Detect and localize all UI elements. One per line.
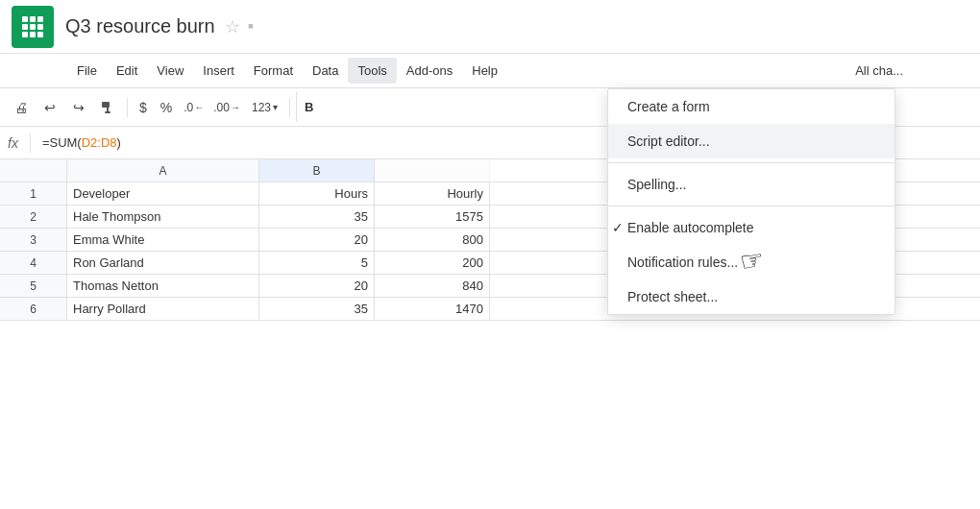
menu-data[interactable]: Data xyxy=(303,58,348,84)
folder-icon[interactable]: ▪ xyxy=(248,16,254,36)
fx-label: fx xyxy=(8,135,18,151)
menu-item-autocomplete[interactable]: ✓ Enable autocomplete xyxy=(608,210,894,245)
cell-a4[interactable]: Ron Garland xyxy=(67,252,259,274)
menu-file[interactable]: File xyxy=(67,58,107,84)
cell-c6[interactable]: 1470 xyxy=(375,298,490,320)
formula-func: =SUM( xyxy=(42,135,82,150)
menu-item-create-form[interactable]: Create a form xyxy=(608,89,894,124)
row-num-1: 1 xyxy=(0,182,67,205)
autocomplete-label: Enable autocomplete xyxy=(627,220,754,235)
bold-button[interactable]: B xyxy=(296,92,321,122)
menu-divider-2 xyxy=(608,206,894,206)
toolbar-sep-2 xyxy=(289,98,290,117)
menu-bar: File Edit View Insert Format Data Tools … xyxy=(0,54,980,88)
menu-item-script-editor[interactable]: Script editor... xyxy=(608,124,894,158)
cell-c3[interactable]: 800 xyxy=(375,229,490,251)
cell-b5[interactable]: 20 xyxy=(259,275,375,297)
toolbar-sep-1 xyxy=(127,98,128,117)
menu-right-label: All cha... xyxy=(845,58,913,84)
cell-a3[interactable]: Emma White xyxy=(67,229,259,251)
row-num-4: 4 xyxy=(0,252,67,274)
star-icon[interactable]: ☆ xyxy=(225,16,240,37)
check-icon: ✓ xyxy=(612,220,624,235)
cell-b2[interactable]: 35 xyxy=(259,206,375,228)
decrease-decimal-button[interactable]: .0 ← xyxy=(180,101,208,114)
cell-b4[interactable]: 5 xyxy=(259,252,375,274)
document-title: Q3 resource burn xyxy=(65,15,215,37)
cell-a6[interactable]: Harry Pollard xyxy=(67,298,259,320)
menu-divider-1 xyxy=(608,162,894,163)
number-format-dropdown[interactable]: 123 ▾ xyxy=(246,101,283,114)
spelling-label: Spelling... xyxy=(627,177,686,192)
cell-a2[interactable]: Hale Thompson xyxy=(67,206,259,228)
print-button[interactable]: 🖨 xyxy=(8,94,35,121)
row-num-2: 2 xyxy=(0,206,67,228)
formula-range: D2:D8 xyxy=(82,135,117,150)
menu-help[interactable]: Help xyxy=(462,58,507,84)
dollar-format-button[interactable]: $ xyxy=(134,100,153,115)
undo-button[interactable]: ↩ xyxy=(37,94,63,121)
create-form-label: Create a form xyxy=(627,99,710,114)
row-num-3: 3 xyxy=(0,229,67,251)
cell-c2[interactable]: 1575 xyxy=(375,206,490,228)
paint-format-button[interactable] xyxy=(94,94,121,121)
formula-divider xyxy=(30,133,31,153)
tools-dropdown-menu: Create a form Script editor... Spelling.… xyxy=(607,88,895,315)
percent-format-button[interactable]: % xyxy=(155,100,178,115)
formula-close: ) xyxy=(117,135,121,150)
menu-edit[interactable]: Edit xyxy=(107,58,147,84)
protect-label: Protect sheet... xyxy=(627,289,718,304)
cell-c4[interactable]: 200 xyxy=(375,252,490,274)
col-header-c[interactable] xyxy=(375,159,490,182)
cell-b6[interactable]: 35 xyxy=(259,298,375,320)
col-header-a[interactable]: A xyxy=(67,159,259,182)
row-num-header xyxy=(0,159,67,182)
cell-b1[interactable]: Hours xyxy=(259,182,375,205)
menu-insert[interactable]: Insert xyxy=(193,58,244,84)
svg-rect-2 xyxy=(105,111,110,113)
app-header: Q3 resource burn ☆ ▪ xyxy=(0,0,980,54)
row-num-5: 5 xyxy=(0,275,67,297)
menu-tools[interactable]: Tools xyxy=(348,58,396,84)
redo-button[interactable]: ↪ xyxy=(65,94,92,121)
increase-decimal-button[interactable]: .00 → xyxy=(209,101,244,114)
menu-view[interactable]: View xyxy=(147,58,193,84)
cell-b3[interactable]: 20 xyxy=(259,229,375,251)
menu-item-spelling[interactable]: Spelling... xyxy=(608,167,894,202)
script-editor-label: Script editor... xyxy=(627,133,710,149)
cell-a5[interactable]: Thomas Netton xyxy=(67,275,259,297)
notification-label: Notification rules... xyxy=(627,254,738,270)
cell-c1[interactable]: Hourly xyxy=(375,182,490,205)
row-num-6: 6 xyxy=(0,298,67,320)
menu-format[interactable]: Format xyxy=(244,58,303,84)
app-logo xyxy=(12,6,54,48)
menu-item-protect[interactable]: Protect sheet... xyxy=(608,279,894,314)
formula-content: =SUM(D2:D8) xyxy=(42,135,121,150)
menu-addons[interactable]: Add-ons xyxy=(397,58,462,84)
cell-c5[interactable]: 840 xyxy=(375,275,490,297)
menu-item-notification[interactable]: Notification rules... xyxy=(608,245,894,279)
cell-a1[interactable]: Developer xyxy=(67,182,259,205)
col-header-b[interactable]: B xyxy=(259,159,375,182)
